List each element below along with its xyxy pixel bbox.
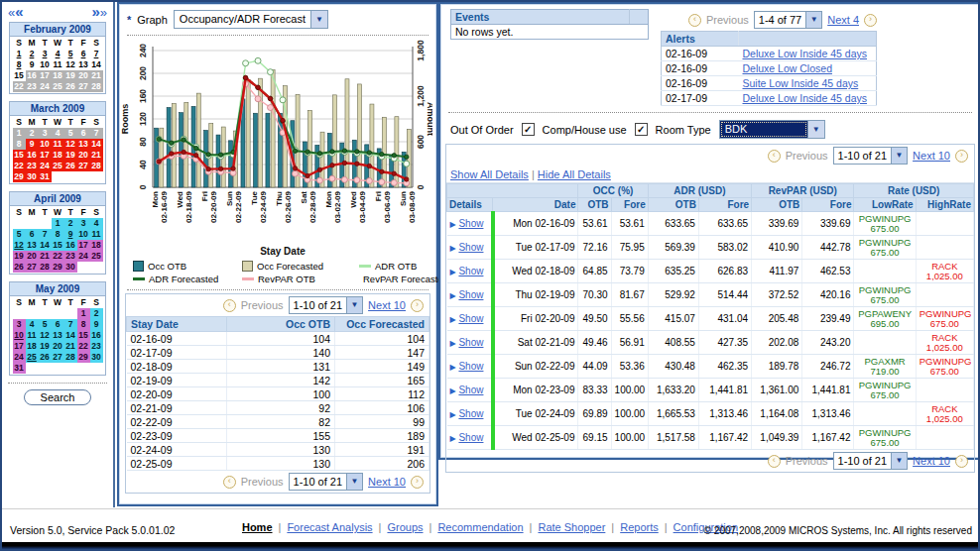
show-details-link[interactable]: Show	[458, 432, 483, 443]
calendar-day[interactable]: 27	[77, 81, 90, 92]
calendar-day[interactable]: 3	[39, 49, 52, 59]
calendar-day[interactable]: 16	[90, 330, 103, 341]
calendar-day[interactable]: 6	[26, 229, 39, 240]
chevron-down-icon[interactable]: ▼	[346, 297, 362, 313]
calendar-day[interactable]: 12	[39, 330, 52, 341]
calendar-day[interactable]: 10	[39, 139, 52, 150]
calendar-day[interactable]: 7	[90, 49, 103, 59]
calendar-day[interactable]: 20	[77, 150, 90, 161]
calendar-day[interactable]: 4	[26, 319, 39, 330]
calendar-day[interactable]: 31	[13, 363, 26, 374]
calendar-day[interactable]: 13	[26, 240, 39, 251]
search-button[interactable]: Search	[24, 389, 92, 405]
calendar-day[interactable]: 9	[26, 139, 39, 150]
calendar-day[interactable]: 16	[26, 150, 39, 161]
col-header-stay-date[interactable]: Stay Date	[127, 317, 227, 332]
next-page-icon[interactable]: ›	[411, 299, 424, 312]
next-page-icon[interactable]: ›	[955, 455, 968, 468]
calendar-day[interactable]: 20	[26, 251, 39, 262]
calendar-day[interactable]: 11	[90, 229, 103, 240]
col-header-highrate[interactable]: HighRate	[916, 198, 973, 212]
calendar-day[interactable]: 4	[52, 49, 64, 59]
next-page-icon[interactable]: ›	[864, 14, 877, 27]
col-header-adr-fore[interactable]: Fore	[698, 198, 751, 212]
calendar-day[interactable]: 24	[13, 352, 26, 363]
footer-link-home[interactable]: Home	[242, 521, 273, 533]
calendar-day[interactable]: 26	[13, 262, 26, 273]
calendar-day[interactable]: 15	[13, 70, 26, 81]
calendar-day[interactable]: 18	[52, 150, 64, 161]
next-page-link[interactable]: Next 10	[368, 299, 406, 311]
show-details-link[interactable]: Show	[458, 218, 483, 229]
calendar-day[interactable]: 26	[39, 352, 52, 363]
room-type-select[interactable]: BDK ▼	[719, 120, 825, 139]
calendar-day[interactable]: 14	[90, 139, 103, 150]
calendar-day[interactable]: 11	[52, 139, 64, 150]
show-details-link[interactable]: Show	[458, 385, 483, 395]
show-details-link[interactable]: Show	[458, 313, 483, 324]
calendar-day[interactable]: 24	[39, 81, 52, 92]
calendar-day[interactable]: 1	[13, 49, 26, 59]
calendar-day[interactable]: 17	[39, 150, 52, 161]
calendar-day[interactable]: 3	[39, 128, 52, 139]
calendar-day[interactable]: 6	[52, 319, 64, 330]
footer-link-reports[interactable]: Reports	[620, 521, 659, 533]
calendar-day[interactable]: 27	[26, 262, 39, 273]
show-details-link[interactable]: Show	[458, 266, 483, 276]
next-page-icon[interactable]: ›	[955, 150, 968, 163]
calendar-day[interactable]: 22	[52, 251, 64, 262]
next-page-link[interactable]: Next 10	[913, 150, 950, 162]
calendar-day[interactable]: 6	[77, 128, 90, 139]
alert-link[interactable]: Deluxe Low Inside 45 days	[743, 48, 868, 59]
calendar-day[interactable]: 2	[26, 128, 39, 139]
calendar-day[interactable]: 15	[13, 150, 26, 161]
calendar-day[interactable]: 18	[90, 240, 103, 251]
out-of-order-checkbox[interactable]: ✓	[522, 123, 535, 136]
calendar-day[interactable]: 28	[90, 81, 103, 92]
calendar-day[interactable]: 16	[26, 70, 39, 81]
calendar-day[interactable]: 15	[52, 240, 64, 251]
calendar-day[interactable]: 18	[52, 70, 64, 81]
calendar-day[interactable]: 12	[13, 240, 26, 251]
calendar-day[interactable]: 12	[64, 59, 77, 70]
col-header-revpar-fore[interactable]: Fore	[802, 198, 854, 212]
calendar-next-icon[interactable]: »	[91, 3, 99, 20]
hide-all-details-link[interactable]: Hide All Details	[538, 168, 611, 180]
calendar-day[interactable]: 4	[90, 218, 103, 229]
calendar-day[interactable]: 9	[64, 229, 77, 240]
col-header-occ-forecasted[interactable]: Occ Forecasted	[335, 317, 429, 332]
show-details-link[interactable]: Show	[458, 361, 483, 372]
calendar-day[interactable]: 7	[90, 128, 103, 139]
footer-link-recommendation[interactable]: Recommendation	[437, 521, 523, 533]
alert-link[interactable]: Deluxe Low Closed	[743, 62, 832, 74]
chevron-down-icon[interactable]: ▼	[891, 148, 907, 164]
calendar-day[interactable]: 19	[64, 70, 77, 81]
calendar-day[interactable]: 8	[77, 319, 90, 330]
page-range-select[interactable]: 1-10 of 21▼	[289, 473, 364, 491]
calendar-day[interactable]: 10	[13, 330, 26, 341]
col-header-revpar-otb[interactable]: OTB	[752, 198, 802, 212]
page-range-select[interactable]: 1-4 of 77▼	[754, 11, 822, 29]
graph-type-select[interactable]: Occupancy/ADR Forecast ▼	[174, 10, 328, 29]
next-page-link[interactable]: Next 10	[368, 476, 406, 488]
next-page-link[interactable]: Next 4	[827, 14, 859, 26]
calendar-day[interactable]: 19	[64, 150, 77, 161]
calendar-day[interactable]: 13	[77, 59, 90, 70]
calendar-day[interactable]: 22	[77, 341, 90, 352]
calendar-day[interactable]: 17	[39, 70, 52, 81]
calendar-day[interactable]: 13	[77, 139, 90, 150]
calendar-day[interactable]: 1	[52, 218, 64, 229]
calendar-day[interactable]: 30	[64, 262, 77, 273]
calendar-day[interactable]: 5	[64, 49, 77, 59]
calendar-day[interactable]: 21	[64, 341, 77, 352]
col-header-occ-otb[interactable]: OTB	[578, 198, 611, 212]
page-range-select[interactable]: 1-10 of 21▼	[833, 452, 909, 470]
calendar-day[interactable]: 31	[39, 171, 52, 182]
calendar-day[interactable]: 27	[77, 161, 90, 171]
alert-link[interactable]: Suite Low Inside 45 days	[743, 77, 859, 89]
calendar-day[interactable]: 2	[64, 218, 77, 229]
next-page-link[interactable]: Next 10	[913, 455, 950, 467]
calendar-day[interactable]: 23	[90, 341, 103, 352]
chevron-down-icon[interactable]: ▼	[807, 121, 824, 138]
calendar-day[interactable]: 5	[64, 128, 77, 139]
